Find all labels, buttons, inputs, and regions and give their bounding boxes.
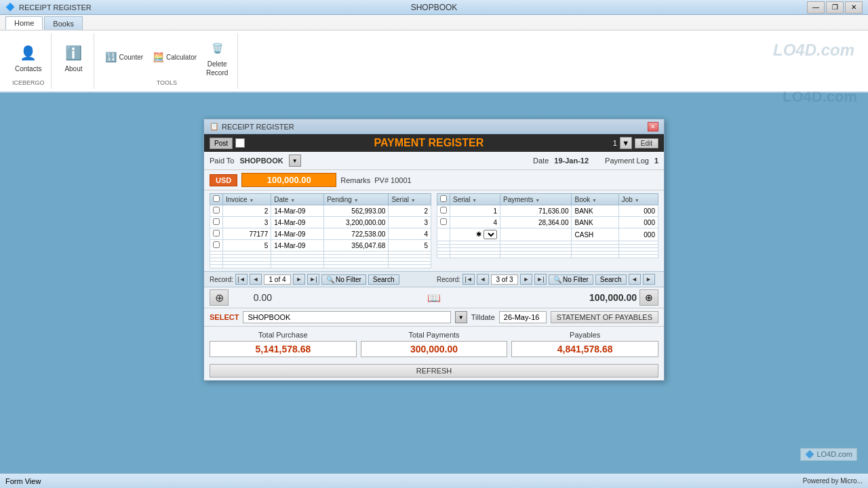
row-check[interactable] [210,205,223,217]
action-middle: 📖 [359,291,509,304]
right-row-check[interactable] [437,228,450,241]
row-check[interactable] [210,217,223,228]
right-table-section: Serial ▼ Payments ▼ Book ▼ Job ▼ 1 71,63… [437,193,658,268]
left-prev-btn[interactable]: ◄ [250,274,262,285]
tilldate-value[interactable]: 26-May-16 [499,311,547,323]
book-icon[interactable]: 📖 [427,291,441,304]
right-search-btn[interactable]: Search [595,274,627,285]
right-records: Record: |◄ ◄ 3 of 3 ► ►| 🔍 No Filter Sea… [437,274,658,285]
right-job-cell: 000 [618,228,658,241]
left-next-btn[interactable]: ► [293,274,305,285]
select-dropdown[interactable]: ▼ [455,311,467,323]
tilldate-label: Tilldate [471,313,495,321]
dialog-close-button[interactable]: ✕ [648,122,658,131]
star-dropdown[interactable]: ▼ [484,230,497,239]
serial-cell: 4 [389,228,431,240]
about-button[interactable]: ℹ️ About [58,41,88,74]
row-check[interactable] [210,240,223,251]
row-check[interactable] [210,228,223,240]
counter-button[interactable]: 🔢 Counter [101,49,146,65]
about-group-label [73,79,75,86]
right-next-btn[interactable]: ► [520,274,532,285]
total-payments-label: Total Payments [361,331,508,339]
add-left-button[interactable]: ⊕ [210,289,229,306]
right-row-check[interactable] [437,205,450,217]
right-table-row[interactable]: ✱ ▼ CASH 000 [437,228,658,241]
header-left: Post [210,138,245,149]
post-button[interactable]: Post [210,138,233,149]
delete-record-button[interactable]: 🗑️ Delete Record [202,36,232,78]
about-label: About [64,65,82,73]
right-payments-cell: 28,364.00 [500,217,572,228]
receipt-register-dialog: 📋 RECEIPT REGISTER ✕ Post PAYMENT REGIST… [203,119,665,381]
right-first-btn[interactable]: |◄ [462,274,475,285]
tab-books[interactable]: Books [44,16,83,30]
restore-button[interactable]: ❐ [826,1,844,14]
paid-to-dropdown[interactable]: ▼ [289,155,301,167]
left-table-row[interactable]: 5 14-Mar-09 356,047.68 5 [210,240,431,251]
amount-row: USD 100,000.00 Remarks PV# 10001 [204,170,664,190]
serial-cell: 2 [389,205,431,217]
page-number: 1 [613,139,617,147]
select-field[interactable]: SHOPBOOK [243,311,450,323]
right-last-btn[interactable]: ►| [534,274,547,285]
left-last-btn[interactable]: ►| [307,274,319,285]
invoice-cell: 3 [223,217,271,228]
right-prev-btn[interactable]: ◄ [477,274,489,285]
right-table-row[interactable]: 4 28,364.00 BANK 000 [437,217,658,228]
ribbon-tabs: Home Books [0,15,868,30]
right-search-next[interactable]: ► [643,274,655,285]
remarks-label: Remarks [340,176,370,184]
right-record-count: 3 of 3 [491,274,518,285]
right-filter-btn[interactable]: 🔍 No Filter [549,274,593,285]
tools-group-label: TOOLS [157,79,177,86]
invoice-cell: 2 [223,205,271,217]
paid-to-value: SHOPBOOK [240,157,283,165]
statement-button[interactable]: STATEMENT OF PAYABLES [551,311,658,323]
calculator-button[interactable]: 🧮 Calculator [149,49,199,65]
status-right: Powered by Micro... [803,477,863,485]
calculator-icon: 🧮 [151,50,165,64]
page-dropdown[interactable]: ▼ [620,137,632,149]
date-cell: 14-Mar-09 [271,228,324,240]
right-col-book: Book ▼ [572,194,618,205]
left-col-date: Date ▼ [271,194,324,205]
minimize-button[interactable]: — [807,1,825,14]
alert-button[interactable]: ⊕ [639,289,658,306]
date-cell: 14-Mar-09 [271,240,324,251]
total-payments-box: Total Payments 300,000.00 [361,331,508,357]
right-book-cell: BANK [572,205,618,217]
left-search-btn[interactable]: Search [368,274,399,285]
logo-watermark-bottom: 🔷 LO4D.com [800,448,857,461]
contacts-label: Contacts [15,65,41,73]
right-table-row[interactable]: 1 71,636.00 BANK 000 [437,205,658,217]
paid-to-label: Paid To [210,157,235,165]
ribbon: Home Books 👤 Contacts ICEBERGO ℹ️ About [0,15,868,93]
edit-button[interactable]: Edit [635,138,658,148]
left-filter-btn[interactable]: 🔍 No Filter [321,274,366,285]
post-checkbox[interactable] [235,138,245,148]
left-first-btn[interactable]: |◄ [235,274,248,285]
payment-register-header: Post PAYMENT REGISTER 1 ▼ Edit [204,134,664,152]
tab-home[interactable]: Home [5,16,43,30]
close-button[interactable]: ✕ [845,1,863,14]
right-book-cell: BANK [572,217,618,228]
select-all-left[interactable] [213,195,220,202]
right-total-value: 100,000.00 [555,292,637,303]
right-search-prev[interactable]: ◄ [629,274,641,285]
left-table-row[interactable]: 3 14-Mar-09 3,200,000.00 3 [210,217,431,228]
right-col-serial: Serial ▼ [450,194,500,205]
left-table-row[interactable]: 2 14-Mar-09 562,993.00 2 [210,205,431,217]
right-row-check[interactable] [437,217,450,228]
select-label: SELECT [210,313,239,321]
refresh-button[interactable]: REFRESH [210,364,658,378]
left-table-row[interactable]: 77177 14-Mar-09 722,538.00 4 [210,228,431,240]
amount-field[interactable]: 100,000.00 [241,173,336,187]
payables-label: Payables [511,331,658,339]
contacts-button[interactable]: 👤 Contacts [11,41,45,74]
select-all-right[interactable] [440,195,447,202]
dialog-title-text: 📋 RECEIPT REGISTER [210,122,294,131]
total-payments-value: 300,000.00 [361,341,508,357]
right-col-job: Job ▼ [618,194,658,205]
currency-button[interactable]: USD [210,174,237,186]
